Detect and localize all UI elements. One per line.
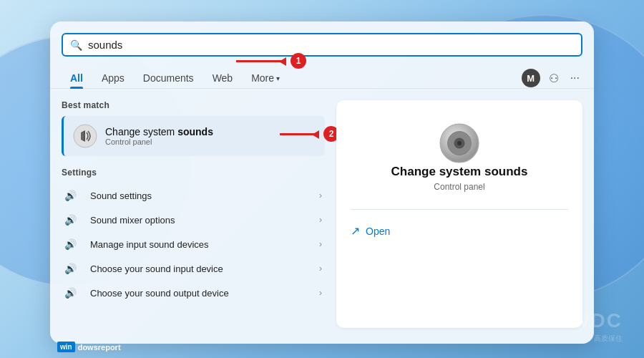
- input-device-icon: 🔊: [64, 263, 84, 274]
- settings-item-label-3: Choose your sound input device: [90, 263, 319, 274]
- tab-documents[interactable]: Documents: [135, 68, 203, 88]
- watermark-text: WDC: [570, 309, 623, 332]
- annotation-1: 1: [236, 53, 306, 69]
- annotation-arrow-1: [236, 60, 286, 62]
- svg-rect-2: [81, 132, 84, 140]
- best-match-icon: [72, 123, 98, 149]
- chevron-right-icon-3: ›: [319, 263, 322, 274]
- chevron-right-icon-2: ›: [319, 239, 322, 249]
- annotation-badge-2: 2: [323, 126, 336, 142]
- detail-speaker-icon: [438, 122, 481, 165]
- best-match-label: Best match: [62, 100, 325, 110]
- wr-name: dowsreport: [78, 343, 121, 352]
- output-device-icon: 🔊: [64, 287, 84, 299]
- sound-settings-icon: 🔊: [64, 190, 84, 201]
- settings-item-0[interactable]: 🔊 Sound settings ›: [62, 183, 325, 208]
- settings-item-2[interactable]: 🔊 Manage input sound devices ›: [62, 232, 325, 256]
- connect-icon[interactable]: ⚇: [546, 70, 562, 87]
- tabs-right: M ⚇ ···: [522, 69, 582, 87]
- open-label: Open: [366, 226, 390, 237]
- tab-apps[interactable]: Apps: [93, 68, 133, 88]
- search-panel: 🔍 sounds 1 All Apps Documents Web More ▾…: [50, 21, 594, 344]
- annotation-badge-1: 1: [291, 53, 306, 69]
- speaker-small-icon: [72, 123, 98, 149]
- settings-item-label-4: Choose your sound output device: [90, 288, 319, 299]
- settings-item-1[interactable]: 🔊 Sound mixer options ›: [62, 208, 325, 232]
- tab-web[interactable]: Web: [204, 68, 242, 88]
- settings-item-label-2: Manage input sound devices: [90, 239, 319, 250]
- best-match-item[interactable]: Change system sounds Control panel 2: [62, 116, 325, 156]
- settings-item-label-0: Sound settings: [90, 190, 319, 201]
- settings-label: Settings: [62, 168, 325, 178]
- search-icon: 🔍: [70, 39, 82, 51]
- annotation-arrow-2: [280, 133, 319, 135]
- search-input[interactable]: sounds: [88, 39, 574, 51]
- wr-logo: win: [57, 342, 75, 352]
- settings-item-label-1: Sound mixer options: [90, 215, 319, 226]
- right-panel: Change system sounds Control panel ↗ Ope…: [336, 100, 582, 328]
- tabs-bar: All Apps Documents Web More ▾ M ⚇ ···: [50, 61, 594, 89]
- sound-mixer-icon: 🔊: [64, 214, 84, 226]
- annotation-2: 2: [280, 126, 336, 142]
- tab-all[interactable]: All: [62, 68, 92, 88]
- chevron-down-icon: ▾: [276, 74, 280, 82]
- settings-item-4[interactable]: 🔊 Choose your sound output device ›: [62, 281, 325, 305]
- chevron-right-icon-1: ›: [319, 215, 322, 225]
- external-link-icon: ↗: [351, 224, 360, 238]
- chevron-right-icon-0: ›: [319, 190, 322, 200]
- watermark-subtext: 高质保住: [594, 334, 623, 344]
- tab-more[interactable]: More ▾: [243, 68, 288, 88]
- windows-report-branding: win dowsreport: [57, 342, 121, 352]
- chevron-right-icon-4: ›: [319, 288, 322, 298]
- detail-title: Change system sounds: [391, 165, 528, 179]
- detail-divider: [351, 209, 568, 210]
- open-button[interactable]: ↗ Open: [351, 221, 390, 241]
- user-avatar[interactable]: M: [522, 69, 540, 87]
- manage-input-icon: 🔊: [64, 238, 84, 250]
- search-bar[interactable]: 🔍 sounds: [62, 33, 582, 57]
- svg-point-6: [457, 141, 462, 145]
- best-match-text: Change system sounds Control panel: [105, 126, 213, 146]
- more-options-icon[interactable]: ···: [567, 70, 582, 86]
- content-area: Best match Change system sounds Control …: [50, 89, 594, 339]
- left-panel: Best match Change system sounds Control …: [50, 89, 336, 339]
- settings-item-3[interactable]: 🔊 Choose your sound input device ›: [62, 256, 325, 281]
- detail-subtitle: Control panel: [434, 182, 484, 192]
